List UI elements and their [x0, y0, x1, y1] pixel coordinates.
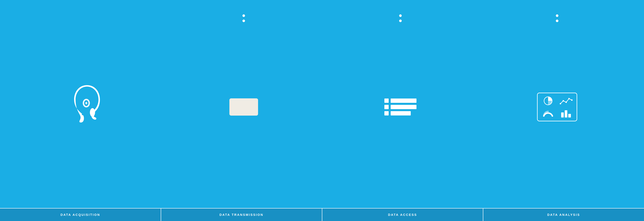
list-row-1 [384, 99, 416, 103]
dashboard-pie [540, 96, 556, 106]
svg-rect-11 [565, 110, 567, 117]
dot-4 [399, 20, 402, 22]
dot-3 [399, 14, 402, 17]
transmission-dots [242, 14, 245, 22]
bottom-acquisition: DATA ACQUISITION [0, 208, 161, 221]
svg-point-7 [566, 102, 567, 103]
svg-point-2 [85, 102, 87, 104]
bottom-transmission: DATA TRANSMISSION [161, 208, 322, 221]
bottom-access: DATA ACCESS [322, 208, 484, 221]
dashboard-icon [537, 93, 577, 121]
svg-rect-10 [561, 112, 564, 117]
analysis-label: DATA ANALYSIS [547, 213, 580, 217]
transmission-box [230, 98, 258, 116]
svg-rect-12 [568, 114, 571, 117]
access-label: DATA ACCESS [388, 213, 417, 217]
dot-2 [242, 20, 245, 22]
dashboard-bar-chart [558, 108, 574, 118]
svg-point-9 [571, 99, 572, 101]
dashboard-donut [540, 108, 556, 118]
dot-1 [242, 14, 245, 17]
access-dots [399, 14, 402, 22]
list-row-3 [384, 111, 416, 115]
dashboard-line-chart [558, 96, 574, 106]
ear-icon [71, 84, 103, 124]
svg-point-6 [562, 100, 564, 102]
list-bar-2 [391, 105, 416, 109]
bottom-analysis: DATA ANALYSIS [483, 208, 644, 221]
svg-point-8 [568, 98, 570, 99]
list-square-2 [384, 105, 389, 109]
dot-6 [556, 20, 558, 22]
main-area [0, 0, 644, 208]
list-row-2 [384, 105, 416, 109]
list-bar-3 [391, 111, 411, 115]
list-square-1 [384, 99, 389, 103]
section-access [322, 6, 479, 202]
list-bar-1 [391, 99, 416, 103]
section-transmission [165, 6, 322, 202]
bottom-bar: DATA ACQUISITION DATA TRANSMISSION DATA … [0, 208, 644, 221]
list-square-3 [384, 111, 389, 115]
section-analysis [479, 6, 636, 202]
dot-5 [556, 14, 558, 17]
acquisition-label: DATA ACQUISITION [60, 213, 100, 217]
svg-point-5 [560, 103, 561, 104]
section-acquisition [8, 6, 165, 202]
analysis-dots [556, 14, 558, 22]
transmission-label: DATA TRANSMISSION [220, 213, 264, 217]
list-icon [384, 99, 416, 115]
svg-point-3 [90, 108, 95, 117]
